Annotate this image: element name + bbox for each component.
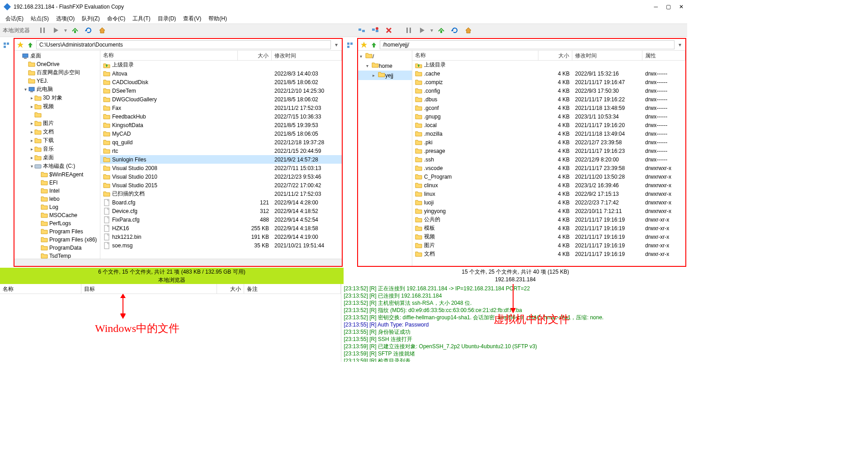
file-row[interactable]: KingsoftData2021/8/5 19:39:53 xyxy=(100,121,342,129)
col-size[interactable]: 大小 xyxy=(238,51,272,60)
file-row[interactable]: Visual Studio 20082022/7/11 15:03:13 xyxy=(100,164,342,172)
tree-toggle2-icon[interactable] xyxy=(344,40,355,51)
file-row[interactable]: Device.cfg3122022/9/14 4:18:52 xyxy=(100,207,342,215)
file-row[interactable]: hzk1212.bin191 KB2022/9/14 4:19:00 xyxy=(100,232,342,241)
menu-tools[interactable]: 工具(T) xyxy=(130,14,153,24)
refresh-button[interactable] xyxy=(83,25,94,36)
tree-node[interactable]: YEJ. xyxy=(14,77,100,85)
file-row[interactable]: 公共的4 KB2021/11/17 19:16:19drwxr-xr-x xyxy=(412,215,685,224)
file-row[interactable]: .vscode4 KB2021/11/17 23:39:58drwxrwxr-x xyxy=(412,164,685,172)
tree-node[interactable]: lebo xyxy=(14,195,100,203)
tree-node[interactable] xyxy=(14,111,100,119)
file-row[interactable]: Board.cfg1212022/9/14 4:28:00 xyxy=(100,198,342,207)
tree-node[interactable]: TsdTemp xyxy=(14,252,100,259)
file-row[interactable]: Fax2021/11/2 17:52:03 xyxy=(100,104,342,112)
file-row[interactable]: .ssh4 KB2022/12/9 8:20:00drwx------ xyxy=(412,155,685,164)
rcol-attr[interactable]: 属性 xyxy=(642,51,685,60)
local-path-input[interactable] xyxy=(36,40,331,49)
tree-node[interactable]: 桌面 xyxy=(14,52,100,60)
file-row[interactable]: .config4 KB2022/9/3 17:50:30drwx------ xyxy=(412,86,685,95)
file-row[interactable]: HZK16255 KB2022/9/14 4:18:58 xyxy=(100,224,342,232)
file-row[interactable]: CADCloudDisk2021/8/5 18:06:02 xyxy=(100,78,342,86)
file-row[interactable]: linux4 KB2022/9/2 17:15:13drwxrwxr-x xyxy=(412,189,685,198)
tree-node[interactable]: ▸3D 对象 xyxy=(14,94,100,102)
tree-node[interactable]: ▸音乐 xyxy=(14,145,100,153)
file-row[interactable]: qq_guild2022/12/18 19:37:28 xyxy=(100,138,342,147)
tree-node[interactable]: MSOCache xyxy=(14,211,100,219)
path-dropdown2-icon[interactable]: ▾ xyxy=(676,42,684,48)
bookmark2-icon[interactable] xyxy=(360,41,368,49)
qcol-name[interactable]: 名称 xyxy=(0,284,81,294)
menu-commands[interactable]: 命令(C) xyxy=(104,14,128,24)
file-row[interactable]: DWGCloudGallery2021/8/5 18:06:02 xyxy=(100,95,342,104)
rcol-date[interactable]: 修改时间 xyxy=(572,51,642,60)
path-dropdown-icon[interactable]: ▾ xyxy=(333,42,340,48)
file-row[interactable]: .gnupg4 KB2023/1/1 10:53:34drwx------ xyxy=(412,112,685,121)
qcol-target[interactable]: 目标 xyxy=(81,284,217,294)
rcol-size[interactable]: 大小 xyxy=(538,51,572,60)
tree-node[interactable]: ProgramData xyxy=(14,244,100,252)
pause2-button[interactable] xyxy=(403,25,414,36)
tree-node[interactable]: ▾此电脑 xyxy=(14,85,100,94)
rcol-name[interactable]: 名称 xyxy=(412,51,538,60)
pause-button[interactable] xyxy=(37,25,48,36)
bookmark-icon[interactable] xyxy=(16,41,24,49)
abort-button[interactable] xyxy=(383,25,394,36)
file-row[interactable]: Altova2022/8/3 14:40:03 xyxy=(100,69,342,78)
col-date[interactable]: 修改时间 xyxy=(272,51,342,60)
remote-path-input[interactable] xyxy=(380,40,675,49)
tree-node[interactable]: PerfLogs xyxy=(14,219,100,227)
disconnect-button[interactable] xyxy=(370,25,381,36)
tree-node[interactable]: ▾home xyxy=(358,61,412,71)
file-row[interactable]: luoji4 KB2022/2/23 7:17:42drwxrwxr-x xyxy=(412,198,685,207)
minimize-button[interactable]: ─ xyxy=(654,4,658,10)
file-row[interactable]: clinux4 KB2023/1/2 16:39:46drwxrwxr-x xyxy=(412,181,685,189)
menu-dir[interactable]: 目录(D) xyxy=(155,14,179,24)
tree-node[interactable]: ▾/ xyxy=(358,52,412,61)
tree-node[interactable]: ▸文档 xyxy=(14,128,100,136)
tree-node[interactable]: $WinREAgent xyxy=(14,170,100,179)
tree-node[interactable]: 百度网盘同步空间 xyxy=(14,68,100,77)
menu-sites[interactable]: 站点(S) xyxy=(28,14,52,24)
file-row[interactable]: 视频4 KB2021/11/17 19:16:19drwxr-xr-x xyxy=(412,232,685,241)
file-row[interactable]: 文档4 KB2021/11/17 19:16:19drwxr-xr-x xyxy=(412,250,685,258)
file-row[interactable]: .compiz4 KB2021/11/17 19:16:47drwx------ xyxy=(412,78,685,86)
menu-help[interactable]: 帮助(H) xyxy=(206,14,230,24)
file-row[interactable]: DSeeTem2022/12/10 14:25:30 xyxy=(100,86,342,95)
tree-node[interactable]: Program Files (x86) xyxy=(14,236,100,244)
home-button[interactable] xyxy=(97,25,108,36)
file-row[interactable]: yingyong4 KB2022/10/11 7:12:11drwxrwxr-x xyxy=(412,207,685,215)
file-row[interactable]: .presage4 KB2021/11/17 19:16:23drwx-----… xyxy=(412,147,685,155)
remote-tree[interactable]: ▾/▾home▸yejj xyxy=(358,51,412,266)
up2-icon[interactable] xyxy=(370,41,378,49)
tree-node[interactable]: ▸yejj xyxy=(358,71,412,80)
menu-view[interactable]: 查看(V) xyxy=(180,14,204,24)
file-row[interactable]: MyCAD2021/8/5 18:06:05 xyxy=(100,129,342,138)
file-row[interactable]: 已扫描的文档2021/11/2 17:52:03 xyxy=(100,189,342,198)
menu-options[interactable]: 选项(O) xyxy=(53,14,77,24)
file-row[interactable]: .cache4 KB2022/9/1 15:32:16drwx------ xyxy=(412,69,685,78)
file-row[interactable]: .local4 KB2021/11/17 19:16:20drwx------ xyxy=(412,121,685,129)
file-row[interactable]: C_Program4 KB2021/11/20 13:50:28drwxrwxr… xyxy=(412,172,685,181)
transfer-button[interactable] xyxy=(70,25,80,36)
home2-button[interactable] xyxy=(463,25,474,36)
menu-queue[interactable]: 队列(Z) xyxy=(79,14,102,24)
tree-node[interactable]: Log xyxy=(14,203,100,211)
tree-node[interactable]: ▸图片 xyxy=(14,119,100,128)
file-row[interactable]: Sunlogin Files2021/9/2 14:57:28 xyxy=(100,155,342,164)
tree-node[interactable]: Intel xyxy=(14,187,100,195)
refresh2-button[interactable] xyxy=(449,25,460,36)
tree-node[interactable]: ▸下载 xyxy=(14,136,100,145)
close-button[interactable]: ✕ xyxy=(679,4,684,10)
tree-node[interactable]: EFI xyxy=(14,179,100,187)
file-row[interactable]: 上级目录 xyxy=(100,61,342,69)
file-row[interactable]: 图片4 KB2021/11/17 19:16:19drwxr-xr-x xyxy=(412,241,685,250)
file-row[interactable]: 上级目录 xyxy=(412,61,685,69)
scrollbar-h[interactable] xyxy=(14,259,342,266)
tree-node[interactable]: ▸视频 xyxy=(14,102,100,111)
transfer2-button[interactable] xyxy=(436,25,447,36)
file-row[interactable]: Visual Studio 20152022/7/22 17:00:42 xyxy=(100,181,342,189)
file-row[interactable]: Visual Studio 20102022/12/23 9:53:46 xyxy=(100,172,342,181)
maximize-button[interactable]: ▢ xyxy=(666,4,671,10)
qcol-note[interactable]: 备注 xyxy=(244,284,341,294)
